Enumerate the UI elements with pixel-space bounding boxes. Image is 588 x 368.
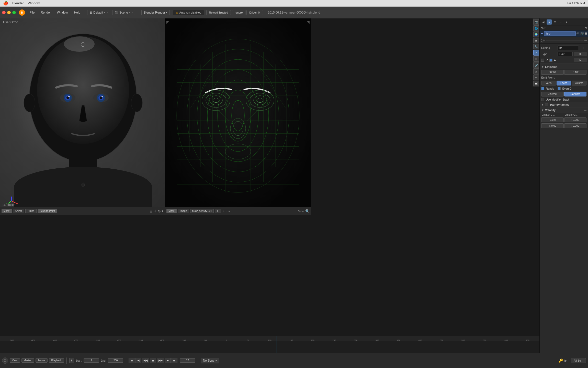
prev-keyframe-btn[interactable]: ⟨ [69, 358, 74, 363]
render-menu[interactable]: Render [38, 10, 53, 15]
blender-app-name[interactable]: Blender [12, 1, 24, 5]
minimize-button[interactable] [7, 11, 11, 14]
emission-val2[interactable]: : 0.100 [564, 70, 587, 75]
jump-end-btn[interactable]: ⏭ [171, 358, 177, 363]
rando-checkbox[interactable] [541, 87, 544, 90]
setting-minus[interactable]: − [585, 47, 586, 49]
clock-icon[interactable]: ⏱ [2, 358, 8, 364]
all-scenes-btn[interactable]: All Sc... [571, 358, 586, 363]
setting-plus[interactable]: + [582, 47, 584, 49]
layout-plus[interactable]: + [104, 11, 105, 14]
panel-icon-star[interactable]: ★ [564, 19, 569, 25]
playback-menu[interactable]: Playback [49, 358, 64, 363]
x-icon-right[interactable]: × [228, 210, 230, 213]
jittered-button[interactable]: Jittered [541, 92, 564, 96]
texture-paint-button[interactable]: Texture Paint [38, 209, 57, 213]
renderer-selector[interactable]: Blender Render ▾ [141, 10, 170, 15]
prop-scene-tab[interactable]: 🌐 [533, 25, 539, 31]
prop-physics-tab[interactable]: ⚛ [533, 56, 539, 62]
play-icon2[interactable]: ▶ [564, 359, 567, 363]
setting-value[interactable]: br [558, 46, 579, 50]
prop-modifier-tab[interactable]: 🔧 [533, 44, 539, 49]
emission-header[interactable]: ▼ Emission — [540, 64, 588, 69]
jump-start-btn[interactable]: ⏮ [129, 358, 135, 363]
f-button[interactable]: F [215, 209, 221, 213]
plus-icon-right[interactable]: + [223, 210, 224, 213]
panel-icon-back[interactable]: ◀ [541, 19, 546, 25]
particle-name-active[interactable]: bro [544, 31, 576, 36]
particle-camera-icon[interactable]: 📷 [580, 32, 584, 35]
layout-x[interactable]: × [106, 11, 108, 14]
reverse-play-btn[interactable]: ◀◀ [142, 358, 149, 363]
layout-selector[interactable]: ▦ Default + × [87, 10, 110, 15]
scene-x[interactable]: × [131, 11, 133, 14]
scene-plus[interactable]: + [129, 11, 130, 14]
view-button-right[interactable]: View [166, 209, 177, 213]
zoom-icon-right[interactable]: 🔍 [305, 209, 310, 213]
velocity-val2[interactable]: : 0.000 [564, 117, 587, 122]
verts-button[interactable]: Verts [541, 81, 556, 85]
minus-icon-right[interactable]: − [226, 210, 227, 213]
prop-data-tab[interactable]: △ [533, 68, 539, 74]
marker-menu[interactable]: Marker [21, 358, 34, 363]
velocity-header[interactable]: ▼ Velocity — [540, 107, 588, 113]
more-icon[interactable]: ▾ [162, 209, 163, 213]
view-menu-bottom[interactable]: View [10, 358, 20, 363]
window-menu[interactable]: Window [28, 1, 40, 5]
help-menu[interactable]: Help [71, 10, 83, 15]
sync-selector[interactable]: No Sync ▾ [201, 358, 219, 363]
a-num-field[interactable]: 5 [574, 58, 586, 62]
frame-menu[interactable]: Frame [36, 358, 48, 363]
viewport-3d[interactable]: User Ortho [0, 18, 165, 215]
current-frame-field[interactable]: 27 [180, 358, 195, 363]
viewport-handle-tr[interactable]: ◥ [307, 20, 310, 24]
next-frame-btn[interactable]: ▶ [165, 358, 171, 363]
particle-eye-icon[interactable]: 👁 [576, 32, 580, 35]
prop-texture-tab[interactable]: 🔲 [533, 81, 539, 86]
prop-constraint-tab[interactable]: 🔗 [533, 62, 539, 68]
apple-menu[interactable]: 🍎 [3, 1, 8, 6]
select-button[interactable]: Select [13, 209, 25, 213]
stop-btn[interactable]: ■ [150, 358, 156, 363]
brush-button[interactable]: Brush [25, 209, 37, 213]
file-menu[interactable]: File [27, 10, 37, 15]
grid-icon[interactable]: ⊞ [150, 209, 153, 213]
random-button[interactable]: Random [564, 92, 587, 96]
image-button[interactable]: Image [178, 209, 189, 213]
start-frame-field[interactable]: 1 [84, 358, 99, 363]
ignore-button[interactable]: Ignore [232, 10, 245, 15]
velocity-val1[interactable]: : 0.025 [541, 117, 564, 122]
hair-dynamics-header[interactable]: ▼ Hair dynamics — [540, 102, 588, 107]
window-menu-blender[interactable]: Window [54, 10, 71, 15]
view-btn-r[interactable]: View [298, 210, 304, 213]
driver-button[interactable]: Driver '0' [246, 10, 263, 15]
close-button[interactable] [2, 11, 6, 14]
type-value[interactable]: Hair [558, 52, 573, 56]
velocity-t-field[interactable]: T: 0.00 [541, 123, 564, 128]
emission-count[interactable]: 50000 [541, 70, 564, 75]
image-name-field[interactable]: brow_density.001 [190, 209, 214, 213]
prop-world-tab[interactable]: 🌍 [533, 31, 539, 37]
hair-dynamics-checkbox[interactable] [545, 103, 548, 106]
panel-icon-down[interactable]: ▼ [552, 19, 558, 25]
viewport-mesh[interactable]: ◤ ◥ View Image brow_density.001 F + − × … [165, 18, 311, 215]
prev-frame-btn[interactable]: ◀ [135, 358, 141, 363]
keying-icon[interactable]: 🔑 [559, 359, 563, 363]
prop-particle-tab[interactable]: ✦ [533, 50, 539, 56]
prop-object-tab[interactable]: ▣ [533, 38, 539, 43]
end-frame-field[interactable]: 250 [108, 358, 123, 363]
magnet-icon[interactable]: ⊙ [158, 209, 161, 213]
viewport-handle-tl[interactable]: ◤ [166, 20, 169, 24]
even-di-checkbox[interactable] [558, 87, 561, 90]
velocity-val3[interactable]: : 0.000 [564, 123, 587, 128]
view-button-left[interactable]: View [2, 209, 12, 213]
a-checkbox[interactable] [549, 59, 552, 62]
volume-button[interactable]: Volume [572, 81, 586, 85]
faces-button[interactable]: Faces [557, 81, 571, 85]
scene-selector[interactable]: 🎬 Scene + × [112, 10, 135, 15]
prop-render-tab[interactable]: 📷 [533, 19, 539, 25]
type-num[interactable]: 0 [574, 52, 586, 56]
r-checkbox[interactable] [541, 59, 544, 62]
panel-icon-expand[interactable]: ↕ [558, 19, 563, 25]
reload-trusted-button[interactable]: Reload Trusted [206, 10, 231, 15]
